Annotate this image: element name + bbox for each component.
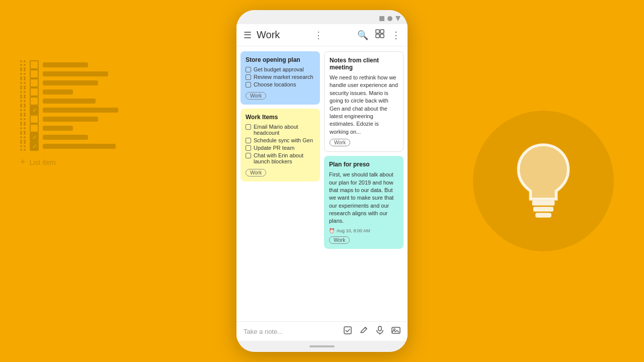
drag-dots	[20, 60, 26, 69]
note-cb-row-3: Choose locations	[246, 81, 315, 87]
note-plan-preso[interactable]: Plan for preso First, we should talk abo…	[324, 156, 404, 249]
checkbox-decoration	[30, 60, 39, 69]
checkbox-decoration	[30, 69, 39, 78]
svg-rect-2	[535, 213, 551, 218]
checkbox-icon	[246, 145, 251, 151]
svg-rect-8	[378, 326, 381, 331]
checklist-icon[interactable]	[343, 326, 352, 337]
phone: ☰ Work ⋮ 🔍 ⋮	[236, 10, 408, 352]
checkbox-icon	[246, 74, 251, 80]
list-row	[20, 106, 118, 115]
notes-area: Store opening plan Get budget approval R…	[236, 46, 408, 321]
note-work-items-title: Work Items	[246, 114, 315, 121]
bar-decoration	[43, 80, 98, 85]
note-tag-work-2[interactable]: Work	[246, 169, 266, 176]
list-row	[20, 97, 118, 106]
list-row	[20, 60, 118, 69]
take-note-placeholder[interactable]: Take a note...	[244, 328, 343, 335]
list-row	[20, 115, 118, 124]
search-icon[interactable]: 🔍	[357, 30, 368, 41]
checkbox-icon	[246, 124, 251, 130]
note-work-items[interactable]: Work Items Email Mario about headcount S…	[240, 109, 320, 182]
checkbox-decoration	[30, 115, 39, 124]
add-item-label: List item	[30, 158, 56, 166]
status-square	[379, 16, 384, 21]
header-right: 🔍 ⋮	[357, 29, 400, 41]
note-tag-work-3[interactable]: Work	[330, 139, 350, 146]
checkbox-icon	[246, 67, 251, 72]
status-triangle	[395, 16, 400, 21]
checkbox-decoration	[30, 106, 39, 115]
add-icon: +	[20, 157, 26, 167]
right-decoration	[473, 111, 614, 251]
app-header: ☰ Work ⋮ 🔍 ⋮	[236, 24, 408, 46]
checkbox-decoration	[30, 87, 39, 97]
note-store-opening[interactable]: Store opening plan Get budget approval R…	[240, 51, 320, 105]
note-timestamp-text: Aug 10, 8:00 AM	[337, 228, 370, 233]
note-preso-title: Plan for preso	[329, 161, 398, 168]
checkbox-decoration	[30, 142, 39, 151]
home-indicator	[236, 341, 408, 352]
checkbox-decoration	[30, 78, 39, 87]
list-row	[20, 78, 118, 87]
note-wi-row-4: Chat with Erin about launch blockers	[246, 152, 315, 164]
left-decoration: + List item	[20, 60, 118, 167]
note-wi-row-1: Email Mario about headcount	[246, 124, 315, 136]
phone-status-bar	[236, 10, 408, 24]
note-cb-row-2: Review market research	[246, 74, 315, 80]
svg-rect-3	[376, 30, 379, 33]
note-tag-work-4[interactable]: Work	[329, 236, 350, 244]
bar-decoration	[43, 108, 118, 113]
layout-icon[interactable]	[375, 29, 384, 41]
list-row	[20, 133, 118, 142]
checkbox-icon	[246, 153, 251, 158]
drag-dots	[20, 133, 26, 142]
drag-dots	[20, 142, 26, 151]
note-cb-row-1: Get budget approval	[246, 66, 315, 72]
header-left: ☰ Work	[244, 29, 280, 41]
note-preso-body: First, we should talk about our plan for…	[329, 171, 398, 225]
note-tag-work-1[interactable]: Work	[246, 92, 266, 100]
home-bar	[309, 345, 335, 347]
add-item-row[interactable]: + List item	[20, 157, 118, 167]
header-more-left-icon[interactable]: ⋮	[314, 30, 324, 41]
svg-rect-7	[344, 327, 351, 334]
hamburger-icon[interactable]: ☰	[244, 30, 252, 41]
note-cb-label-3: Choose locations	[254, 81, 296, 87]
image-icon[interactable]	[391, 326, 400, 337]
note-timestamp: ⏰ Aug 10, 8:00 AM	[329, 228, 398, 233]
checkbox-decoration	[30, 97, 39, 106]
bulb-circle	[473, 111, 614, 251]
svg-rect-6	[380, 34, 384, 38]
bottom-bar: Take a note...	[236, 321, 408, 341]
svg-rect-0	[532, 200, 555, 205]
bar-decoration	[43, 62, 88, 67]
notes-right-col: Notes from client meeting We need to ret…	[324, 51, 404, 316]
svg-rect-1	[533, 207, 553, 212]
note-store-title: Store opening plan	[246, 56, 315, 63]
more-right-icon[interactable]: ⋮	[391, 30, 400, 41]
drag-dots	[20, 69, 26, 78]
checkbox-decoration	[30, 124, 39, 133]
drag-dots	[20, 87, 26, 97]
note-cb-label-1: Get budget approval	[254, 66, 304, 72]
checkbox-icon	[246, 138, 251, 143]
list-row	[20, 69, 118, 78]
note-client-body: We need to rethink how we handle user ex…	[330, 74, 398, 136]
bar-decoration	[43, 144, 116, 149]
bar-decoration	[43, 126, 73, 131]
pencil-icon[interactable]	[359, 326, 368, 337]
svg-rect-5	[376, 34, 379, 38]
note-client-meeting[interactable]: Notes from client meeting We need to ret…	[324, 51, 404, 152]
bar-decoration	[43, 99, 96, 104]
svg-point-11	[394, 329, 395, 330]
microphone-icon[interactable]	[375, 326, 384, 337]
checkbox-icon	[246, 82, 251, 87]
note-wi-row-2: Schedule sync with Gen	[246, 137, 315, 143]
status-circle	[387, 16, 392, 21]
note-wi-row-3: Update PR team	[246, 145, 315, 151]
drag-dots	[20, 106, 26, 115]
clock-icon: ⏰	[329, 228, 335, 233]
note-cb-label-2: Review market research	[254, 74, 313, 80]
note-wi-label-2: Schedule sync with Gen	[254, 137, 313, 143]
